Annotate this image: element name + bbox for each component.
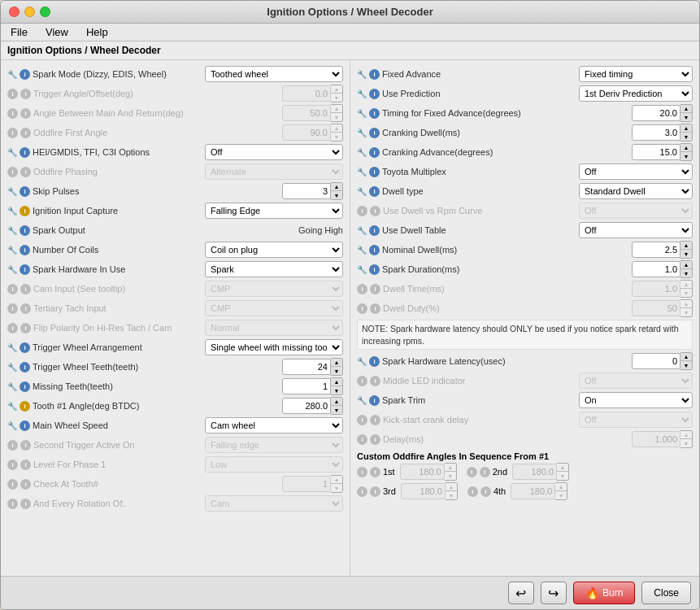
every-rotation-select: Cam xyxy=(205,495,343,512)
row-use-dwell-table: 🔧 i Use Dwell Table OffOn xyxy=(357,221,693,239)
up[interactable]: ▲ xyxy=(331,398,342,406)
down[interactable]: ▼ xyxy=(680,133,692,141)
oddfire-row-2: i i 3rd ▲▼ i i 4th ▲▼ xyxy=(357,482,693,500)
info-icon-disabled: i xyxy=(7,89,18,99)
info-icon: i xyxy=(370,303,380,314)
info-icon: i xyxy=(357,206,367,216)
info-icon: i xyxy=(357,376,367,386)
dwell-type-select[interactable]: Standard Dwell xyxy=(579,183,693,199)
info-icon: i xyxy=(369,89,380,99)
info-icon: i xyxy=(357,434,367,445)
close-button[interactable]: Close xyxy=(641,582,691,604)
oddfire-2-input xyxy=(512,464,557,480)
up[interactable]: ▲ xyxy=(680,124,692,133)
ignition-input-select[interactable]: Falling Edge Rising Edge xyxy=(205,203,343,219)
title-bar: Ignition Options / Wheel Decoder xyxy=(1,1,699,24)
minimize-window-btn[interactable] xyxy=(24,7,35,17)
up[interactable]: ▲ xyxy=(680,261,692,269)
oddfire-3-label: 3rd xyxy=(383,486,396,496)
skip-pulses-down[interactable]: ▼ xyxy=(331,191,342,199)
wrench-icon: 🔧 xyxy=(357,109,367,118)
info-icon: i xyxy=(7,460,18,470)
nominal-dwell-input[interactable] xyxy=(632,242,680,258)
row-cranking-dwell: 🔧 i Cranking Dwell(ms) ▲▼ xyxy=(357,124,693,142)
row-middle-led: i i Middle LED indicator Off xyxy=(357,372,693,390)
cranking-advance-input[interactable] xyxy=(632,144,680,160)
skip-pulses-input[interactable] xyxy=(282,183,331,199)
tooth-angle-input[interactable] xyxy=(282,398,331,414)
trigger-angle-up: ▲ xyxy=(331,85,342,94)
row-second-trigger: i i Second Trigger Active On Falling edg… xyxy=(7,436,343,454)
use-prediction-select[interactable]: 1st Deriv Prediction None xyxy=(579,85,693,102)
up[interactable]: ▲ xyxy=(331,378,342,386)
down[interactable]: ▼ xyxy=(680,250,692,258)
info-icon: i xyxy=(20,225,30,236)
up[interactable]: ▲ xyxy=(680,144,692,152)
spark-hardware-select[interactable]: Spark Other xyxy=(205,261,343,277)
row-toyota: 🔧 i Toyota Multiplex OffOn xyxy=(357,163,693,181)
toyota-select[interactable]: OffOn xyxy=(579,163,693,180)
up[interactable]: ▲ xyxy=(680,353,692,361)
up[interactable]: ▲ xyxy=(331,359,342,367)
info-icon: i xyxy=(369,186,380,197)
row-every-rotation: i i And Every Rotation Of.. Cam xyxy=(7,495,343,512)
row-ignition-input: 🔧 i Ignition Input Capture Falling Edge … xyxy=(7,202,343,220)
wrench-icon: 🔧 xyxy=(357,396,367,405)
info-icon: i xyxy=(369,395,380,406)
menu-help[interactable]: Help xyxy=(81,24,113,40)
num-coils-select[interactable]: Coil on plug Single coil xyxy=(205,242,343,258)
down[interactable]: ▼ xyxy=(680,361,692,369)
oddfire-4-input xyxy=(511,483,555,499)
info-icon: i xyxy=(20,147,30,158)
spark-trim-select[interactable]: OnOff xyxy=(579,392,693,408)
menu-file[interactable]: File xyxy=(6,24,33,40)
fixed-advance-select[interactable]: Fixed timing xyxy=(579,66,693,82)
up: ▲ xyxy=(331,105,342,113)
up[interactable]: ▲ xyxy=(680,242,692,250)
maximize-window-btn[interactable] xyxy=(40,7,50,17)
down[interactable]: ▼ xyxy=(331,367,342,375)
row-spark-hardware: 🔧 i Spark Hardware In Use Spark Other xyxy=(7,260,343,278)
burn-button[interactable]: 🔥 Burn xyxy=(573,582,635,604)
down[interactable]: ▼ xyxy=(680,152,692,160)
oddfire-phasing-select: Alternate xyxy=(205,163,343,180)
down[interactable]: ▼ xyxy=(331,406,342,414)
hei-select[interactable]: OffOn xyxy=(205,144,343,160)
down: ▼ xyxy=(445,472,456,480)
down[interactable]: ▼ xyxy=(680,269,692,277)
down[interactable]: ▼ xyxy=(680,113,692,121)
undo-button[interactable]: ↩ xyxy=(508,582,534,604)
spark-hw-latency-input[interactable] xyxy=(632,353,680,369)
wrench-icon: 🔧 xyxy=(7,343,17,352)
info-icon: i xyxy=(370,376,380,386)
second-trigger-select: Falling edge xyxy=(205,437,343,453)
skip-pulses-up[interactable]: ▲ xyxy=(331,183,342,191)
use-dwell-rpm-select: Off xyxy=(579,203,693,219)
up[interactable]: ▲ xyxy=(680,105,692,113)
down: ▼ xyxy=(680,289,692,297)
wrench-icon: 🔧 xyxy=(7,402,17,411)
down: ▼ xyxy=(557,472,568,480)
use-dwell-table-select[interactable]: OffOn xyxy=(579,222,693,238)
up: ▲ xyxy=(331,124,342,133)
close-window-btn[interactable] xyxy=(9,7,20,17)
main-wheel-speed-select[interactable]: Cam wheel Crank wheel xyxy=(205,417,343,434)
timing-fixed-input[interactable] xyxy=(632,105,680,121)
info-icon: i xyxy=(20,420,30,431)
row-delay-ms: i i Delay(ms) ▲▼ xyxy=(357,430,693,448)
cranking-dwell-input[interactable] xyxy=(632,124,680,141)
missing-teeth-input[interactable] xyxy=(282,378,331,394)
spark-duration-input[interactable] xyxy=(632,261,680,277)
trigger-teeth-input[interactable] xyxy=(282,359,331,375)
menu-view[interactable]: View xyxy=(41,24,73,40)
info-icon: i xyxy=(20,460,31,470)
row-fixed-advance: 🔧 i Fixed Advance Fixed timing xyxy=(357,65,693,83)
redo-button[interactable]: ↪ xyxy=(541,582,567,604)
row-level-phase: i i Level For Phase 1 Low xyxy=(7,455,343,473)
info-icon: i xyxy=(20,323,31,333)
trigger-arrangement-select[interactable]: Single wheel with missing tooth Dual whe… xyxy=(205,339,343,355)
down[interactable]: ▼ xyxy=(331,386,342,394)
info-icon: i xyxy=(357,415,367,425)
spark-mode-select[interactable]: Toothed wheel Dizzy EDIS xyxy=(205,66,343,82)
info-icon: i xyxy=(20,186,30,197)
